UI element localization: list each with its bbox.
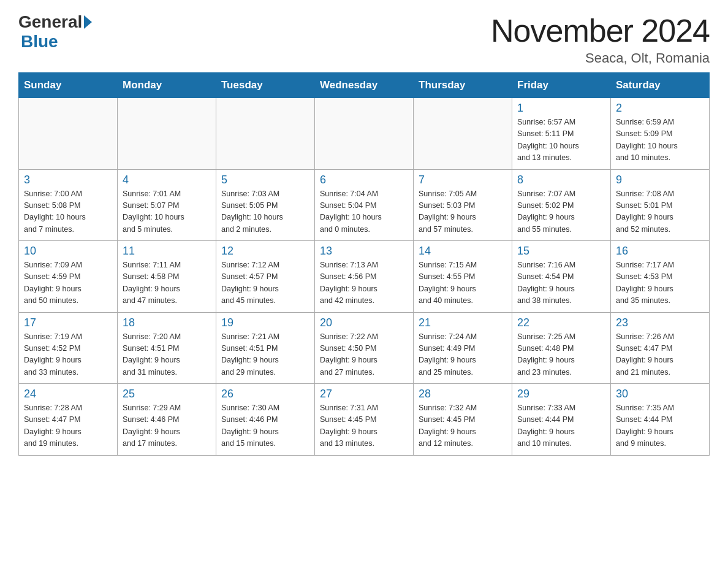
calendar-cell: 13Sunrise: 7:13 AM Sunset: 4:56 PM Dayli…: [315, 241, 414, 313]
day-detail: Sunrise: 7:32 AM Sunset: 4:45 PM Dayligh…: [419, 402, 507, 450]
day-number: 20: [320, 316, 408, 329]
day-number: 13: [320, 245, 408, 258]
day-number: 6: [320, 174, 408, 186]
day-number: 24: [24, 388, 112, 400]
calendar-cell: 7Sunrise: 7:05 AM Sunset: 5:03 PM Daylig…: [414, 169, 512, 241]
day-number: 17: [24, 316, 112, 329]
logo-triangle-icon: [84, 15, 92, 29]
calendar-cell: 26Sunrise: 7:30 AM Sunset: 4:46 PM Dayli…: [216, 384, 315, 456]
day-detail: Sunrise: 7:07 AM Sunset: 5:02 PM Dayligh…: [517, 188, 605, 236]
calendar-cell: 11Sunrise: 7:11 AM Sunset: 4:58 PM Dayli…: [118, 241, 216, 313]
day-detail: Sunrise: 6:59 AM Sunset: 5:09 PM Dayligh…: [616, 117, 704, 164]
day-detail: Sunrise: 7:15 AM Sunset: 4:55 PM Dayligh…: [419, 259, 507, 307]
day-number: 2: [616, 102, 704, 115]
calendar-cell: 17Sunrise: 7:19 AM Sunset: 4:52 PM Dayli…: [19, 312, 118, 384]
day-number: 26: [221, 388, 309, 400]
day-detail: Sunrise: 7:03 AM Sunset: 5:05 PM Dayligh…: [221, 188, 309, 236]
calendar-cell: 16Sunrise: 7:17 AM Sunset: 4:53 PM Dayli…: [611, 241, 710, 313]
day-detail: Sunrise: 7:20 AM Sunset: 4:51 PM Dayligh…: [123, 331, 211, 379]
calendar-cell: 18Sunrise: 7:20 AM Sunset: 4:51 PM Dayli…: [118, 312, 216, 384]
day-number: 21: [419, 316, 507, 329]
day-detail: Sunrise: 7:00 AM Sunset: 5:08 PM Dayligh…: [24, 188, 112, 236]
calendar-cell: 23Sunrise: 7:26 AM Sunset: 4:47 PM Dayli…: [611, 312, 710, 384]
day-detail: Sunrise: 7:05 AM Sunset: 5:03 PM Dayligh…: [419, 188, 507, 236]
day-number: 3: [24, 174, 112, 186]
day-detail: Sunrise: 6:57 AM Sunset: 5:11 PM Dayligh…: [517, 117, 605, 164]
month-year-title: November 2024: [491, 12, 710, 49]
day-number: 19: [221, 316, 309, 329]
day-number: 12: [221, 245, 309, 258]
calendar-cell: 9Sunrise: 7:08 AM Sunset: 5:01 PM Daylig…: [611, 169, 710, 241]
day-detail: Sunrise: 7:35 AM Sunset: 4:44 PM Dayligh…: [616, 402, 704, 450]
weekday-header-tuesday: Tuesday: [216, 73, 315, 98]
day-detail: Sunrise: 7:04 AM Sunset: 5:04 PM Dayligh…: [320, 188, 408, 236]
calendar-cell: 20Sunrise: 7:22 AM Sunset: 4:50 PM Dayli…: [315, 312, 414, 384]
logo: General Blue: [18, 12, 132, 52]
day-number: 9: [616, 174, 704, 186]
day-detail: Sunrise: 7:16 AM Sunset: 4:54 PM Dayligh…: [517, 259, 605, 307]
day-detail: Sunrise: 7:17 AM Sunset: 4:53 PM Dayligh…: [616, 259, 704, 307]
week-row-4: 17Sunrise: 7:19 AM Sunset: 4:52 PM Dayli…: [19, 312, 710, 384]
logo-blue-text: Blue: [21, 32, 132, 52]
day-detail: Sunrise: 7:28 AM Sunset: 4:47 PM Dayligh…: [24, 402, 112, 450]
day-detail: Sunrise: 7:33 AM Sunset: 4:44 PM Dayligh…: [517, 402, 605, 450]
day-number: 15: [517, 245, 605, 258]
calendar-cell: 27Sunrise: 7:31 AM Sunset: 4:45 PM Dayli…: [315, 384, 414, 456]
day-detail: Sunrise: 7:01 AM Sunset: 5:07 PM Dayligh…: [123, 188, 211, 236]
weekday-header-saturday: Saturday: [611, 73, 710, 98]
calendar-cell: [216, 98, 315, 170]
day-number: 27: [320, 388, 408, 400]
weekday-header-sunday: Sunday: [19, 73, 118, 98]
day-detail: Sunrise: 7:31 AM Sunset: 4:45 PM Dayligh…: [320, 402, 408, 450]
day-number: 25: [123, 388, 211, 400]
weekday-header-row: SundayMondayTuesdayWednesdayThursdayFrid…: [19, 73, 710, 98]
day-detail: Sunrise: 7:25 AM Sunset: 4:48 PM Dayligh…: [517, 331, 605, 379]
calendar-cell: [118, 98, 216, 170]
logo-general-text: General: [18, 12, 82, 32]
calendar-cell: 2Sunrise: 6:59 AM Sunset: 5:09 PM Daylig…: [611, 98, 710, 170]
page-header: General Blue November 2024 Seaca, Olt, R…: [18, 12, 710, 66]
calendar-cell: 6Sunrise: 7:04 AM Sunset: 5:04 PM Daylig…: [315, 169, 414, 241]
day-detail: Sunrise: 7:12 AM Sunset: 4:57 PM Dayligh…: [221, 259, 309, 307]
calendar-cell: [315, 98, 414, 170]
title-block: November 2024 Seaca, Olt, Romania: [491, 12, 710, 66]
calendar-cell: 15Sunrise: 7:16 AM Sunset: 4:54 PM Dayli…: [512, 241, 611, 313]
week-row-2: 3Sunrise: 7:00 AM Sunset: 5:08 PM Daylig…: [19, 169, 710, 241]
calendar-cell: 4Sunrise: 7:01 AM Sunset: 5:07 PM Daylig…: [118, 169, 216, 241]
calendar-cell: 30Sunrise: 7:35 AM Sunset: 4:44 PM Dayli…: [611, 384, 710, 456]
weekday-header-thursday: Thursday: [414, 73, 512, 98]
calendar-cell: 28Sunrise: 7:32 AM Sunset: 4:45 PM Dayli…: [414, 384, 512, 456]
day-number: 23: [616, 316, 704, 329]
day-number: 14: [419, 245, 507, 258]
day-detail: Sunrise: 7:21 AM Sunset: 4:51 PM Dayligh…: [221, 331, 309, 379]
calendar-table: SundayMondayTuesdayWednesdayThursdayFrid…: [18, 72, 710, 456]
weekday-header-friday: Friday: [512, 73, 611, 98]
day-detail: Sunrise: 7:22 AM Sunset: 4:50 PM Dayligh…: [320, 331, 408, 379]
day-number: 7: [419, 174, 507, 186]
day-detail: Sunrise: 7:19 AM Sunset: 4:52 PM Dayligh…: [24, 331, 112, 379]
day-number: 16: [616, 245, 704, 258]
calendar-cell: 22Sunrise: 7:25 AM Sunset: 4:48 PM Dayli…: [512, 312, 611, 384]
calendar-cell: 1Sunrise: 6:57 AM Sunset: 5:11 PM Daylig…: [512, 98, 611, 170]
calendar-cell: 29Sunrise: 7:33 AM Sunset: 4:44 PM Dayli…: [512, 384, 611, 456]
calendar-cell: 19Sunrise: 7:21 AM Sunset: 4:51 PM Dayli…: [216, 312, 315, 384]
day-number: 22: [517, 316, 605, 329]
calendar-cell: 12Sunrise: 7:12 AM Sunset: 4:57 PM Dayli…: [216, 241, 315, 313]
day-number: 18: [123, 316, 211, 329]
day-detail: Sunrise: 7:29 AM Sunset: 4:46 PM Dayligh…: [123, 402, 211, 450]
day-number: 10: [24, 245, 112, 258]
calendar-cell: 5Sunrise: 7:03 AM Sunset: 5:05 PM Daylig…: [216, 169, 315, 241]
calendar-cell: [414, 98, 512, 170]
day-number: 4: [123, 174, 211, 186]
week-row-5: 24Sunrise: 7:28 AM Sunset: 4:47 PM Dayli…: [19, 384, 710, 456]
day-number: 29: [517, 388, 605, 400]
day-detail: Sunrise: 7:26 AM Sunset: 4:47 PM Dayligh…: [616, 331, 704, 379]
weekday-header-monday: Monday: [118, 73, 216, 98]
calendar-cell: [19, 98, 118, 170]
day-detail: Sunrise: 7:30 AM Sunset: 4:46 PM Dayligh…: [221, 402, 309, 450]
calendar-cell: 14Sunrise: 7:15 AM Sunset: 4:55 PM Dayli…: [414, 241, 512, 313]
calendar-cell: 24Sunrise: 7:28 AM Sunset: 4:47 PM Dayli…: [19, 384, 118, 456]
day-number: 30: [616, 388, 704, 400]
day-number: 11: [123, 245, 211, 258]
week-row-1: 1Sunrise: 6:57 AM Sunset: 5:11 PM Daylig…: [19, 98, 710, 170]
